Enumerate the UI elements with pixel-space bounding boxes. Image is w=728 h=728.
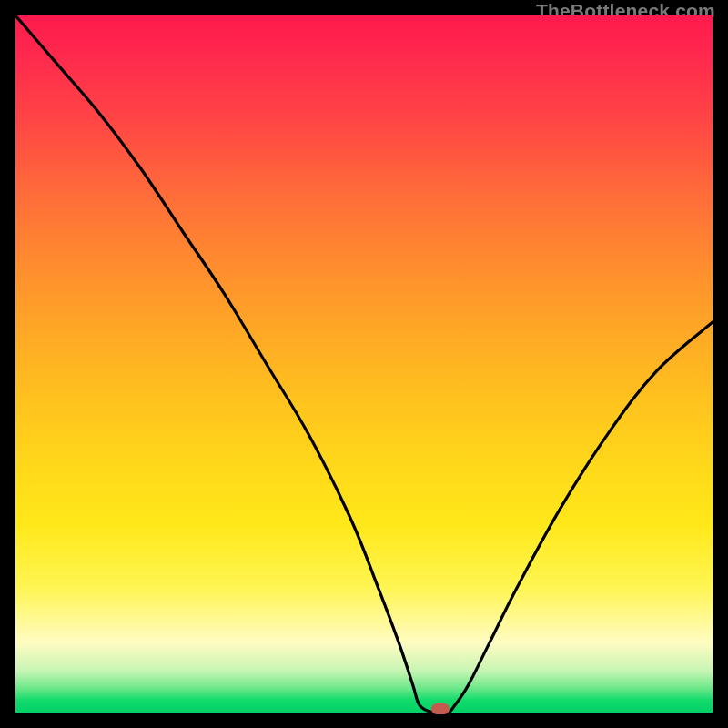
chart-plot-area	[15, 15, 713, 713]
optimal-point-marker	[431, 703, 450, 714]
bottleneck-curve	[15, 15, 713, 713]
